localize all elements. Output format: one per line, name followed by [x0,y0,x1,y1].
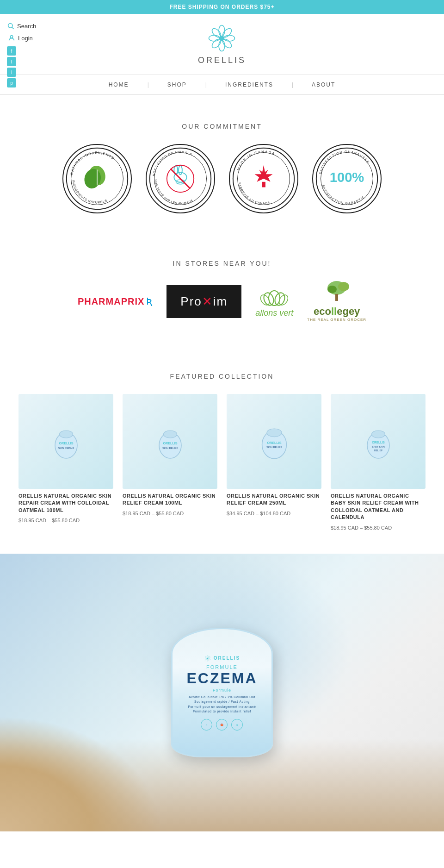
search-button[interactable]: Search [7,21,36,31]
svg-text:RELIEF: RELIEF [374,449,382,451]
svg-text:ORELLIS: ORELLIS [163,441,177,445]
svg-point-70 [205,658,207,660]
brand-name: ORELLIS [198,56,246,65]
svg-point-57 [267,429,282,437]
product-card[interactable]: ORELLIS SKIN REPAIR ORELLIS NATURAL ORGA… [18,394,113,531]
twitter-icon[interactable]: t [7,57,16,66]
product-name: ORELLIS NATURAL ORGANIC SKIN RELIEF CREA… [123,493,217,507]
svg-rect-47 [335,294,338,301]
product-price: $34.95 CAD – $104.80 CAD [227,511,321,516]
commitment-title: OUR COMMITMENT [18,123,426,130]
nav-home[interactable]: HOME [109,81,129,88]
svg-text:ORELLIS: ORELLIS [372,441,385,444]
svg-point-45 [338,282,349,291]
svg-text:SKIN REPAIR: SKIN REPAIR [58,447,74,450]
facebook-icon[interactable]: f [7,46,16,56]
proxim-logo: Pro✕im [166,285,241,318]
badge-natural: NATURAL INGRENIENTS INGRÉDIENTS NATURELS [62,144,132,213]
svg-point-2 [10,36,12,38]
svg-line-1 [12,27,14,29]
commitment-section: OUR COMMITMENT NATURAL INGRENIENTS INGRÉ… [0,95,444,232]
nav-ingredients[interactable]: INGREDIENTS [225,81,273,88]
svg-point-66 [207,655,209,657]
instagram-icon[interactable]: i [7,68,16,77]
search-icon [7,22,14,30]
featured-title: FEATURED COLLECTION [18,373,426,380]
stores-title: IN STORES NEAR YOU! [18,260,426,267]
svg-text:ORELLIS: ORELLIS [267,440,281,444]
svg-point-71 [205,656,207,658]
svg-point-49 [59,431,73,438]
svg-point-65 [207,657,209,659]
product-card[interactable]: ORELLIS SKIN RELIEF ORELLIS NATURAL ORGA… [123,394,217,531]
svg-point-69 [207,659,209,661]
hero-section: ORELLIS FORMULE ECZEMA Formule Avoine Co… [0,554,444,831]
search-label: Search [17,23,36,30]
product-image: ORELLIS SKIN REPAIR [18,394,113,489]
pinterest-icon[interactable]: p [7,78,16,87]
badge-canada: MADE IN CANADA FABRIQUÉ AU CANADA [229,144,298,213]
product-card[interactable]: ORELLIS BABY SKIN RELIEF ORELLIS NATURAL… [331,394,426,531]
product-card[interactable]: ORELLIS SKIN RELIEF ORELLIS NATURAL ORGA… [227,394,321,531]
site-header: ORELLIS [0,14,444,70]
svg-point-5 [224,35,235,41]
badge-satisfaction: SATISFACTION GUARANTEE SATISFACTION GARA… [312,144,382,213]
stores-section: IN STORES NEAR YOU! PHARMAPRIX Ʀ Pro✕im … [0,232,444,345]
svg-rect-33 [262,182,265,187]
user-icon [8,34,15,42]
eczema-product: ORELLIS FORMULE ECZEMA Formule Avoine Co… [171,628,273,757]
login-label: Login [18,35,33,42]
svg-point-11 [220,36,224,40]
stores-logos-row: PHARMAPRIX Ʀ Pro✕im allons vert [18,281,426,322]
pharmaprix-logo: PHARMAPRIX Ʀ [78,296,153,307]
svg-text:BABY SKIN: BABY SKIN [372,445,385,448]
product-image: ORELLIS SKIN RELIEF [227,394,321,489]
svg-point-61 [371,431,385,438]
product-name: ORELLIS NATURAL ORGANIC SKIN RELIEF CREA… [227,493,321,507]
svg-point-7 [219,40,225,51]
main-navigation: HOME | SHOP | INGREDIENTS | ABOUT [0,75,444,95]
svg-text:ORELLIS: ORELLIS [59,441,73,445]
svg-text:100%: 100% [330,170,364,185]
svg-point-46 [327,286,337,293]
product-image: ORELLIS SKIN RELIEF [123,394,217,489]
svg-text:SKIN RELIEF: SKIN RELIEF [162,447,178,450]
svg-point-3 [219,25,225,36]
badges-row: NATURAL INGRENIENTS INGRÉDIENTS NATURELS… [18,144,426,213]
svg-point-67 [208,656,210,658]
allons-vert-logo: allons vert [255,285,293,318]
product-image: ORELLIS BABY SKIN RELIEF [331,394,426,489]
product-name: ORELLIS NATURAL ORGANIC SKIN REPAIR CREA… [18,493,113,514]
svg-point-9 [209,35,220,41]
logo-flower-icon [207,23,237,53]
svg-point-39 [269,291,280,306]
svg-text:SKIN RELIEF: SKIN RELIEF [266,446,282,449]
svg-point-42 [260,293,271,306]
shipping-banner: FREE SHIPPING ON ORDERS $75+ [0,0,444,14]
svg-point-0 [8,24,12,28]
nav-shop[interactable]: SHOP [167,81,187,88]
ecollegey-logo: ecollegey THE REAL GREEN GROCER [307,281,366,322]
product-container: ORELLIS FORMULE ECZEMA Formule Avoine Co… [171,628,273,757]
featured-section: FEATURED COLLECTION ORELLIS SKIN REPAIR … [0,345,444,554]
login-button[interactable]: Login [8,33,36,43]
product-name: ORELLIS NATURAL ORGANIC BABY SKIN RELIEF… [331,493,426,521]
product-price: $18.95 CAD – $55.80 CAD [123,511,217,516]
svg-point-68 [208,658,210,660]
product-price: $18.95 CAD – $55.80 CAD [331,525,426,531]
svg-point-53 [163,431,177,438]
nav-about[interactable]: ABOUT [312,81,335,88]
product-price: $18.95 CAD – $55.80 CAD [18,518,113,523]
logo[interactable]: ORELLIS [198,23,246,65]
svg-point-43 [278,293,288,306]
badge-cruelty-free: NOT TESTED ON ANIMALS NON TESTÉ SUR LES … [146,144,215,213]
products-grid: ORELLIS SKIN REPAIR ORELLIS NATURAL ORGA… [18,394,426,531]
